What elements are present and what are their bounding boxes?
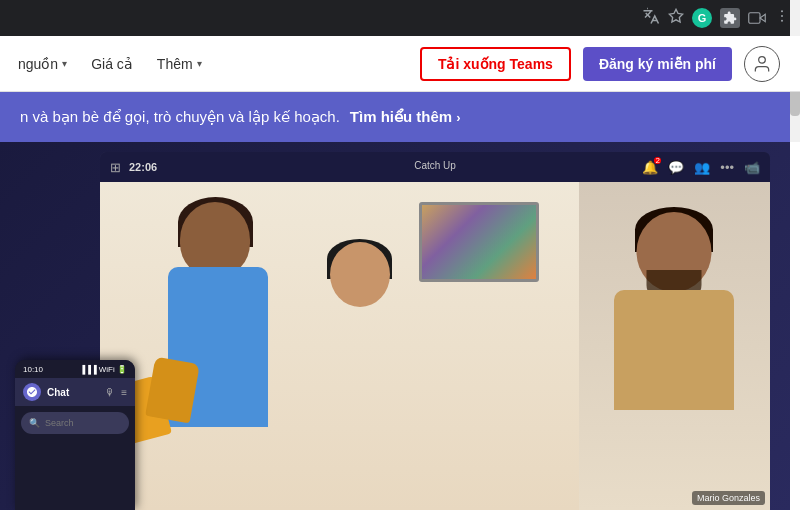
child-head [330, 242, 390, 307]
mobile-chat-header: Chat 🎙 ≡ [15, 378, 135, 406]
nav-item-giaca[interactable]: Giá cả [81, 50, 143, 78]
notification-badge: 2 [654, 157, 661, 164]
mobile-search-placeholder: Search [45, 418, 74, 428]
mobile-time: 10:10 [23, 365, 43, 374]
nav-links: nguồn ▾ Giá cả Thêm ▾ [0, 50, 420, 78]
hero-link[interactable]: Tìm hiểu thêm › [350, 108, 461, 126]
browser-menu-icon[interactable] [774, 8, 790, 28]
mobile-teams-avatar [23, 383, 41, 401]
nav-them-label: Thêm [157, 56, 193, 72]
wall-art [419, 202, 539, 282]
signup-button[interactable]: Đăng ký miễn phí [583, 47, 732, 81]
people-icon[interactable]: 👥 [694, 160, 710, 175]
extensions-icon[interactable] [720, 8, 740, 28]
browser-toolbar: G [0, 0, 800, 36]
video-camera-icon[interactable]: 📹 [744, 160, 760, 175]
mobile-search-bar[interactable]: 🔍 Search [21, 412, 129, 434]
teams-grid-icon: ⊞ [110, 160, 121, 175]
svg-marker-0 [669, 9, 682, 22]
mobile-mic-icon[interactable]: 🎙 [105, 387, 115, 398]
mobile-content-area [15, 434, 135, 446]
svg-point-5 [759, 56, 766, 63]
mobile-status-bar: 10:10 ▐▐▐ WiFi 🔋 [15, 360, 135, 378]
download-button[interactable]: Tải xuống Teams [420, 47, 571, 81]
man-video-content: Mario Gonzales [579, 182, 770, 510]
teams-bar-right: 🔔 2 💬 👥 ••• 📹 [642, 160, 760, 175]
svg-rect-1 [749, 13, 760, 24]
svg-point-2 [781, 10, 783, 12]
teams-screenshot: ⊞ 22:06 Catch Up 🔔 2 💬 👥 ••• 📹 [0, 142, 790, 510]
teams-bar-left: ⊞ 22:06 [110, 160, 157, 175]
navbar: nguồn ▾ Giá cả Thêm ▾ Tải xuống Teams Đă… [0, 36, 800, 92]
child-figure [300, 242, 420, 492]
nav-nguon-label: nguồn [18, 56, 58, 72]
more-options-icon[interactable]: ••• [720, 160, 734, 175]
notification-icon[interactable]: 🔔 2 [642, 160, 658, 175]
nav-nguon-chevron: ▾ [62, 58, 67, 69]
mobile-search-icon: 🔍 [29, 418, 40, 428]
nav-them-chevron: ▾ [197, 58, 202, 69]
man-body [614, 290, 734, 410]
mobile-signal: ▐▐▐ WiFi 🔋 [80, 365, 127, 374]
nav-item-nguon[interactable]: nguồn ▾ [8, 50, 77, 78]
mobile-action-icons: 🎙 ≡ [105, 387, 127, 398]
teams-desktop-window: ⊞ 22:06 Catch Up 🔔 2 💬 👥 ••• 📹 [100, 152, 770, 510]
translate-icon[interactable] [642, 7, 660, 29]
side-video-panel: Mario Gonzales [579, 182, 770, 510]
hero-banner: n và bạn bè để gọi, trò chuyện và lập kế… [0, 92, 800, 142]
nav-actions: Tải xuống Teams Đăng ký miễn phí [420, 46, 800, 82]
video-grid: Mario Gonzales [100, 182, 770, 510]
glove-right [145, 357, 200, 424]
mobile-filter-icon[interactable]: ≡ [121, 387, 127, 398]
nav-giaca-label: Giá cả [91, 56, 133, 72]
hero-text: n và bạn bè để gọi, trò chuyện và lập kế… [20, 108, 340, 126]
mobile-chat-title: Chat [47, 387, 99, 398]
svg-point-4 [781, 20, 783, 22]
main-content: ⊞ 22:06 Catch Up 🔔 2 💬 👥 ••• 📹 [0, 142, 800, 510]
star-icon[interactable] [668, 8, 684, 28]
camera-browser-icon[interactable] [748, 9, 766, 27]
hero-link-text: Tìm hiểu thêm [350, 108, 452, 126]
grammarly-icon[interactable]: G [692, 8, 712, 28]
yellow-gloves [120, 360, 220, 480]
teams-title-bar: ⊞ 22:06 Catch Up 🔔 2 💬 👥 ••• 📹 [100, 152, 770, 182]
teams-time: 22:06 [129, 161, 157, 173]
svg-point-3 [781, 15, 783, 17]
chat-bubble-icon[interactable]: 💬 [668, 160, 684, 175]
woman-head [180, 202, 250, 277]
nav-item-them[interactable]: Thêm ▾ [147, 50, 212, 78]
mobile-app-overlay: 10:10 ▐▐▐ WiFi 🔋 Chat 🎙 ≡ 🔍 Search [15, 360, 135, 510]
man-name-badge: Mario Gonzales [692, 491, 765, 505]
main-video-panel [100, 182, 579, 510]
teams-catch-up: Catch Up [414, 160, 456, 171]
user-avatar-button[interactable] [744, 46, 780, 82]
hero-link-arrow: › [456, 110, 460, 125]
